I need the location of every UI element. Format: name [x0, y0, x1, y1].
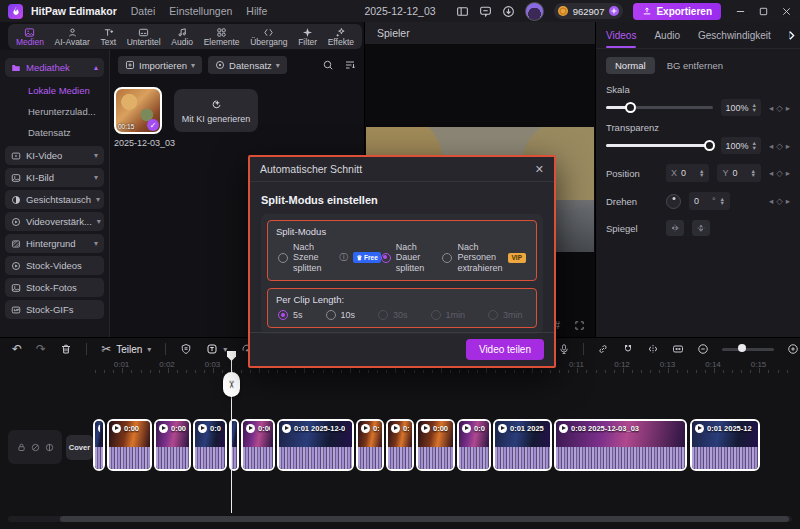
record-voiceover-icon[interactable] — [558, 343, 570, 355]
dataset-dropdown[interactable]: Datensatz ▾ — [208, 56, 287, 74]
tab-videos[interactable]: Videos — [606, 22, 636, 48]
ribbon-item-audio[interactable]: Audio — [171, 27, 193, 47]
mute-track-icon[interactable] — [45, 443, 54, 452]
fit-timeline-icon[interactable] — [672, 343, 684, 355]
delete-icon[interactable] — [60, 343, 72, 355]
fullscreen-icon[interactable] — [574, 320, 585, 331]
clip-length-option-5s[interactable]: 5s — [278, 310, 303, 320]
undo-icon[interactable]: ↶ — [12, 343, 22, 355]
sidebar-item-mediathek[interactable]: Mediathek▴ — [5, 58, 104, 77]
timeline-clip[interactable]: 0:0 — [193, 419, 227, 471]
scrollbar-thumb[interactable] — [60, 516, 789, 522]
feedback-icon[interactable] — [479, 5, 492, 18]
sidebar-item-stock-gifs[interactable]: Stock-GIFs — [5, 300, 104, 319]
lock-track-icon[interactable] — [17, 443, 26, 452]
ribbon-item-untertitel[interactable]: Untertitel — [127, 27, 161, 47]
zoom-in-icon[interactable] — [787, 343, 799, 355]
import-button[interactable]: Importieren ▾ — [118, 56, 202, 74]
add-credits-icon[interactable] — [608, 5, 620, 17]
stepper-icon[interactable]: ▲▼ — [751, 103, 756, 112]
stepper-icon[interactable]: ▲▼ — [750, 169, 755, 178]
text-tool-button[interactable]: ▾ — [206, 343, 227, 355]
timeline-clip[interactable]: 0: — [386, 419, 414, 471]
ribbon-item-bergang[interactable]: Übergang — [250, 27, 287, 47]
timeline-clip[interactable]: 0:01 2025 — [493, 419, 552, 471]
radio-icon[interactable] — [442, 253, 452, 263]
radio-icon[interactable] — [378, 310, 388, 320]
timeline-clip[interactable]: 0:0 — [457, 419, 491, 471]
scale-keyframe-controls[interactable]: ◂◇▸ — [769, 103, 790, 113]
magnet-snap-icon[interactable] — [622, 343, 634, 355]
generate-with-ai-button[interactable]: Mit KI generieren — [174, 89, 258, 132]
redo-icon[interactable]: ↷ — [36, 343, 46, 355]
position-keyframe-controls[interactable]: ◂◇▸ — [769, 168, 790, 178]
radio-icon[interactable] — [381, 253, 391, 263]
minimize-icon[interactable] — [735, 6, 746, 17]
timeline-clip[interactable]: 0: — [356, 419, 384, 471]
stepper-icon[interactable]: ▲▼ — [699, 169, 704, 178]
radio-icon[interactable] — [278, 310, 288, 320]
rotate-input[interactable]: 0 ° ▲▼ — [689, 192, 730, 210]
download-icon[interactable] — [502, 5, 515, 18]
radio-icon[interactable] — [326, 310, 336, 320]
ribbon-item-filter[interactable]: Filter — [298, 27, 317, 47]
tab-geschwindigkeit[interactable]: Geschwindigkeit — [698, 22, 771, 48]
mask-shield-icon[interactable] — [180, 343, 192, 355]
menu-datei[interactable]: Datei — [131, 5, 156, 17]
position-y-input[interactable]: Y 0 ▲▼ — [717, 164, 760, 182]
timeline-clip[interactable]: 0:03 2025-12-03_03 — [554, 419, 687, 471]
sidebar-item-videoverst-rk[interactable]: Videoverstärk...▾ — [5, 212, 104, 231]
ribbon-item-elemente[interactable]: Elemente — [204, 27, 240, 47]
user-avatar[interactable] — [525, 2, 544, 21]
sidebar-item-hintergrund[interactable]: Hintergrund▾ — [5, 234, 104, 253]
ribbon-item-medien[interactable]: Medien — [16, 27, 44, 47]
mode-bg-remove-button[interactable]: BG entfernen — [667, 60, 724, 71]
rotate-keyframe-controls[interactable]: ◂◇▸ — [769, 196, 790, 206]
export-button[interactable]: Exportieren — [633, 3, 721, 20]
ribbon-item-text[interactable]: Text — [100, 27, 116, 47]
info-icon[interactable]: ⓘ — [339, 251, 348, 264]
timeline-clip[interactable]: 0:00 — [107, 419, 152, 471]
sidebar-item-lokale-medien[interactable]: Lokale Medien — [0, 80, 109, 101]
split-mode-option-nach-personen-extrahieren[interactable]: Nach Personen extrahierenVIP — [442, 242, 526, 273]
timeline-clip[interactable]: 0:00 — [154, 419, 191, 471]
search-icon[interactable] — [322, 59, 334, 71]
split-mode-option-nach-szene-splitten[interactable]: Nach Szene splittenⓘ♛Free — [278, 242, 381, 273]
ribbon-item-ai-avatar[interactable]: AI-Avatar — [55, 27, 90, 47]
split-mode-option-nach-dauer-splitten[interactable]: Nach Dauer splitten — [381, 242, 443, 273]
playhead-scissors-handle[interactable]: ✂ — [223, 372, 240, 397]
sidebar-item-ki-bild[interactable]: KI-Bild▾ — [5, 168, 104, 187]
timeline-zoom-slider[interactable] — [722, 348, 774, 351]
stepper-icon[interactable]: ▲▼ — [720, 197, 725, 206]
opacity-slider[interactable] — [606, 144, 713, 147]
rotate-dial[interactable] — [666, 194, 681, 209]
link-clips-icon[interactable] — [597, 343, 609, 355]
media-thumbnail[interactable]: 00:15 ✓ — [114, 87, 162, 134]
split-video-button[interactable]: Video teilen — [466, 339, 544, 360]
timeline-clip[interactable]: 0: — [93, 419, 105, 471]
tabs-chevron-right-icon[interactable] — [785, 29, 798, 42]
timeline-clip[interactable]: 0:01 2025-12-0 — [277, 419, 354, 471]
timeline-clip[interactable]: 0:00 — [416, 419, 455, 471]
sidebar-item-ki-video[interactable]: KI-Video▾ — [5, 146, 104, 165]
cover-button[interactable]: Cover — [66, 435, 93, 460]
horizontal-scrollbar[interactable] — [8, 516, 792, 522]
split-button[interactable]: ✂ Teilen ▾ — [101, 343, 151, 355]
sidebar-item-gesichtstausch[interactable]: Gesichtstausch▾ — [5, 190, 104, 209]
sidebar-item-stock-videos[interactable]: Stock-Videos — [5, 256, 104, 275]
menu-hilfe[interactable]: Hilfe — [246, 5, 267, 17]
stepper-icon[interactable]: ▲▼ — [751, 141, 756, 150]
radio-icon[interactable] — [488, 310, 498, 320]
zoom-out-icon[interactable] — [697, 343, 709, 355]
sidebar-item-datensatz[interactable]: Datensatz — [0, 122, 109, 143]
flip-horizontal-button[interactable] — [666, 220, 684, 236]
hide-track-icon[interactable] — [31, 443, 40, 452]
sidebar-item-herunterzulad[interactable]: Herunterzulad... — [0, 101, 109, 122]
mode-normal-button[interactable]: Normal — [606, 57, 655, 74]
maximize-icon[interactable] — [758, 6, 769, 17]
ribbon-item-effekte[interactable]: Effekte — [328, 27, 354, 47]
timeline-clip[interactable]: 0:00 — [241, 419, 275, 471]
scale-value-box[interactable]: 100% ▲▼ — [721, 99, 760, 116]
close-icon[interactable] — [781, 6, 792, 17]
timeline-clip[interactable]: 0:01 2025-12 — [690, 419, 760, 471]
